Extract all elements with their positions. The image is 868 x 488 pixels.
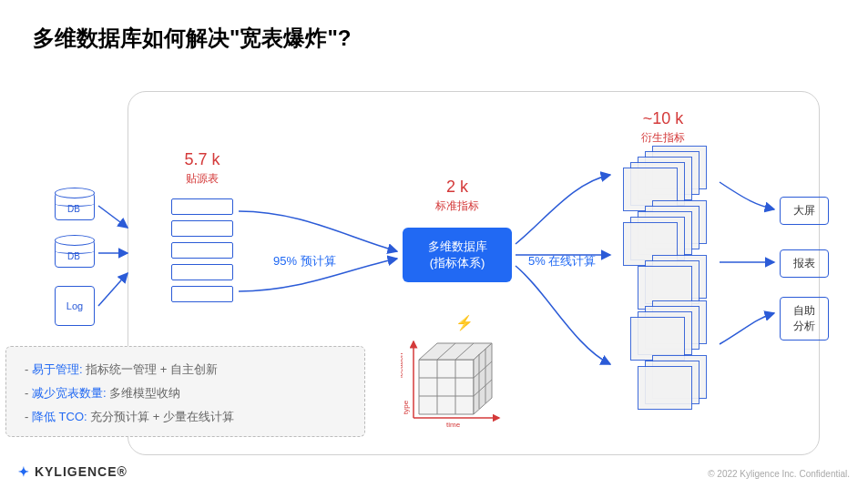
benefit-row-1: - 易于管理: 指标统一管理 + 自主创新 bbox=[25, 361, 346, 378]
source-tables-column bbox=[171, 198, 233, 308]
stage1-label: 5.7 k 贴源表 bbox=[166, 150, 239, 187]
lightning-icon: ⚡ bbox=[455, 314, 474, 331]
output-report: 报表 bbox=[780, 249, 829, 278]
stage3-count: ~10 k bbox=[627, 109, 700, 128]
derived-tables-stack bbox=[616, 146, 716, 419]
table-row bbox=[171, 198, 233, 215]
center-line2: (指标体系) bbox=[430, 255, 485, 271]
brand-logo: ✦ KYLIGENCE® bbox=[18, 464, 128, 479]
table-row bbox=[171, 220, 233, 237]
output-dashboard: 大屏 bbox=[780, 197, 829, 225]
cube-x-axis: time bbox=[446, 421, 461, 429]
output-selfservice: 自助 分析 bbox=[780, 297, 829, 341]
table-row bbox=[171, 242, 233, 259]
center-label: 2 k 标准指标 bbox=[421, 178, 494, 214]
db-label-1: DB bbox=[67, 204, 80, 214]
center-box: 多维数据库 (指标体系) bbox=[403, 228, 512, 282]
stage3-desc: 衍生指标 bbox=[627, 130, 700, 146]
stage3-label: ~10 k 衍生指标 bbox=[627, 109, 700, 146]
stage1-count: 5.7 k bbox=[166, 150, 239, 169]
table-row bbox=[171, 264, 233, 280]
flow2-label: 5% 在线计算 bbox=[528, 253, 596, 269]
flow1-label: 95% 预计算 bbox=[273, 253, 336, 269]
benefit-row-3: - 降低 TCO: 充分预计算 + 少量在线计算 bbox=[25, 409, 346, 425]
cube-z-axis: type bbox=[402, 400, 410, 414]
center-desc: 标准指标 bbox=[421, 198, 494, 214]
center-line1: 多维数据库 bbox=[428, 239, 487, 255]
copyright: © 2022 Kyligence Inc. Confidential. bbox=[708, 469, 850, 479]
table-row bbox=[171, 286, 233, 302]
center-count: 2 k bbox=[421, 178, 494, 197]
benefit-row-2: - 减少宽表数量: 多维模型收纳 bbox=[25, 385, 346, 402]
db-label-2: DB bbox=[67, 251, 80, 261]
cube-y-axis: location bbox=[401, 352, 404, 378]
cube-diagram: location type time bbox=[401, 332, 519, 432]
benefits-box: - 易于管理: 指标统一管理 + 自主创新 - 减少宽表数量: 多维模型收纳 -… bbox=[5, 346, 365, 437]
page-title: 多维数据库如何解决"宽表爆炸"? bbox=[33, 24, 351, 53]
log-source: Log bbox=[55, 286, 95, 326]
stage1-desc: 贴源表 bbox=[166, 171, 239, 187]
